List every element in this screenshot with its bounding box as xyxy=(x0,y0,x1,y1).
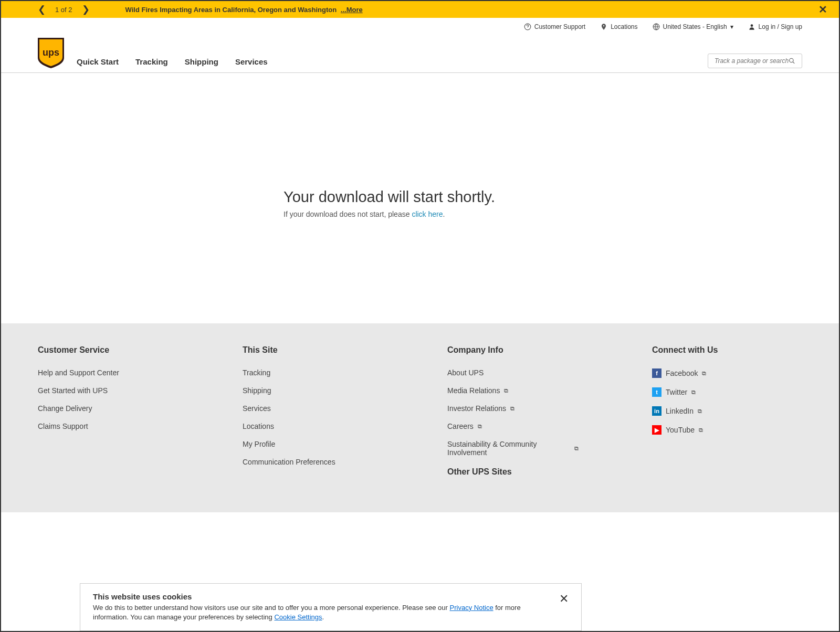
footer-link-shipping[interactable]: Shipping xyxy=(243,386,374,395)
footer: Customer Service Help and Support Center… xyxy=(1,323,839,512)
footer-heading-site: This Site xyxy=(243,345,374,355)
search-box[interactable] xyxy=(708,54,802,68)
footer-col-this-site: This Site Tracking Shipping Services Loc… xyxy=(243,345,374,490)
twitter-icon: t xyxy=(652,387,662,397)
external-link-icon: ⧉ xyxy=(691,389,696,396)
external-link-icon: ⧉ xyxy=(504,387,508,394)
external-link-icon: ⧉ xyxy=(699,427,703,434)
alert-navigation: ❮ 1 of 2 ❯ xyxy=(38,4,90,15)
user-icon xyxy=(748,23,755,30)
footer-link-comm-prefs[interactable]: Communication Preferences xyxy=(243,458,374,466)
twitter-label: Twitter xyxy=(666,388,687,396)
footer-link-careers-label: Careers xyxy=(447,422,474,430)
svg-point-2 xyxy=(750,24,753,27)
alert-counter: 1 of 2 xyxy=(55,6,72,14)
footer-link-investor[interactable]: Investor Relations⧉ xyxy=(447,404,579,413)
cookie-content: This website uses cookies We do this to … xyxy=(93,592,549,622)
cookie-settings-link[interactable]: Cookie Settings xyxy=(274,613,322,621)
nav-services[interactable]: Services xyxy=(235,57,268,66)
main-nav: Quick Start Tracking Shipping Services xyxy=(77,57,268,72)
footer-link-media-label: Media Relations xyxy=(447,386,500,395)
ups-logo[interactable]: ups xyxy=(38,38,64,68)
login-link[interactable]: Log in / Sign up xyxy=(748,23,802,30)
cookie-close-icon[interactable]: ✕ xyxy=(559,592,569,606)
footer-col-connect: Connect with Us fFacebook⧉ tTwitter⧉ inL… xyxy=(652,345,718,490)
footer-heading-connect: Connect with Us xyxy=(652,345,718,355)
login-label: Log in / Sign up xyxy=(759,23,802,30)
footer-link-get-started[interactable]: Get Started with UPS xyxy=(38,386,169,395)
footer-heading-other-sites: Other UPS Sites xyxy=(447,467,579,477)
header-left: ups Quick Start Tracking Shipping Servic… xyxy=(38,38,268,72)
location-icon xyxy=(600,23,607,30)
nav-quick-start[interactable]: Quick Start xyxy=(77,57,119,66)
footer-link-facebook[interactable]: fFacebook⧉ xyxy=(652,368,718,378)
footer-heading-cs: Customer Service xyxy=(38,345,169,355)
download-text-suffix: . xyxy=(443,210,445,218)
cookie-title: This website uses cookies xyxy=(93,592,549,601)
footer-link-investor-label: Investor Relations xyxy=(447,404,506,413)
header-main: ups Quick Start Tracking Shipping Servic… xyxy=(38,38,802,72)
alert-next-icon[interactable]: ❯ xyxy=(82,4,90,15)
facebook-label: Facebook xyxy=(666,369,698,377)
external-link-icon: ⧉ xyxy=(510,405,514,412)
alert-close-icon[interactable]: ✕ xyxy=(818,3,827,16)
locale-label: United States - English xyxy=(663,23,727,30)
alert-message-text: Wild Fires Impacting Areas in California… xyxy=(125,6,337,14)
locale-selector[interactable]: United States - English ▾ xyxy=(653,23,733,30)
external-link-icon: ⧉ xyxy=(698,408,702,415)
main-content: Your download will start shortly. If you… xyxy=(1,73,839,323)
footer-link-services[interactable]: Services xyxy=(243,404,374,413)
footer-link-help[interactable]: Help and Support Center xyxy=(38,368,169,377)
cookie-text: We do this to better understand how visi… xyxy=(93,603,549,622)
download-text: If your download does not start, please … xyxy=(284,210,604,218)
youtube-icon: ▶ xyxy=(652,425,662,435)
cookie-text-1: We do this to better understand how visi… xyxy=(93,604,450,612)
facebook-icon: f xyxy=(652,368,662,378)
alert-prev-icon[interactable]: ❮ xyxy=(38,4,46,15)
youtube-label: YouTube xyxy=(666,426,695,434)
alert-banner: ❮ 1 of 2 ❯ Wild Fires Impacting Areas in… xyxy=(1,1,839,18)
footer-col-customer-service: Customer Service Help and Support Center… xyxy=(38,345,169,490)
footer-link-linkedin[interactable]: inLinkedIn⧉ xyxy=(652,406,718,416)
globe-icon xyxy=(653,23,660,30)
svg-point-4 xyxy=(790,58,793,62)
download-text-prefix: If your download does not start, please xyxy=(284,210,412,218)
cookie-text-3: . xyxy=(322,613,324,621)
footer-link-change-delivery[interactable]: Change Delivery xyxy=(38,404,169,413)
content-inner: Your download will start shortly. If you… xyxy=(236,188,604,218)
customer-support-label: Customer Support xyxy=(534,23,585,30)
nav-shipping[interactable]: Shipping xyxy=(185,57,218,66)
customer-support-link[interactable]: Customer Support xyxy=(524,23,585,30)
search-input[interactable] xyxy=(715,57,789,65)
locations-label: Locations xyxy=(611,23,637,30)
locations-link[interactable]: Locations xyxy=(600,23,637,30)
external-link-icon: ⧉ xyxy=(478,423,482,430)
chevron-down-icon: ▾ xyxy=(730,23,733,30)
linkedin-icon: in xyxy=(652,406,662,416)
download-click-here-link[interactable]: click here xyxy=(412,210,443,218)
nav-tracking[interactable]: Tracking xyxy=(135,57,168,66)
alert-message: Wild Fires Impacting Areas in California… xyxy=(125,6,363,14)
footer-link-youtube[interactable]: ▶YouTube⧉ xyxy=(652,425,718,435)
privacy-notice-link[interactable]: Privacy Notice xyxy=(450,604,494,612)
search-icon[interactable] xyxy=(789,57,795,65)
footer-link-profile[interactable]: My Profile xyxy=(243,440,374,448)
footer-link-twitter[interactable]: tTwitter⧉ xyxy=(652,387,718,397)
linkedin-label: LinkedIn xyxy=(666,407,694,415)
footer-link-careers[interactable]: Careers⧉ xyxy=(447,422,579,430)
footer-link-sustainability[interactable]: Sustainability & Community Involvement⧉ xyxy=(447,440,579,457)
footer-heading-company: Company Info xyxy=(447,345,579,355)
alert-more-link[interactable]: ...More xyxy=(341,6,363,14)
footer-link-locations[interactable]: Locations xyxy=(243,422,374,430)
footer-link-about[interactable]: About UPS xyxy=(447,368,579,377)
download-heading: Your download will start shortly. xyxy=(284,188,604,206)
top-links: Customer Support Locations United States… xyxy=(38,23,802,30)
help-icon xyxy=(524,23,531,30)
svg-text:ups: ups xyxy=(43,47,59,58)
footer-link-tracking[interactable]: Tracking xyxy=(243,368,374,377)
external-link-icon: ⧉ xyxy=(702,370,706,377)
footer-link-media[interactable]: Media Relations⧉ xyxy=(447,386,579,395)
footer-col-company: Company Info About UPS Media Relations⧉ … xyxy=(447,345,579,490)
footer-link-claims[interactable]: Claims Support xyxy=(38,422,169,430)
footer-link-sustainability-label: Sustainability & Community Involvement xyxy=(447,440,570,457)
